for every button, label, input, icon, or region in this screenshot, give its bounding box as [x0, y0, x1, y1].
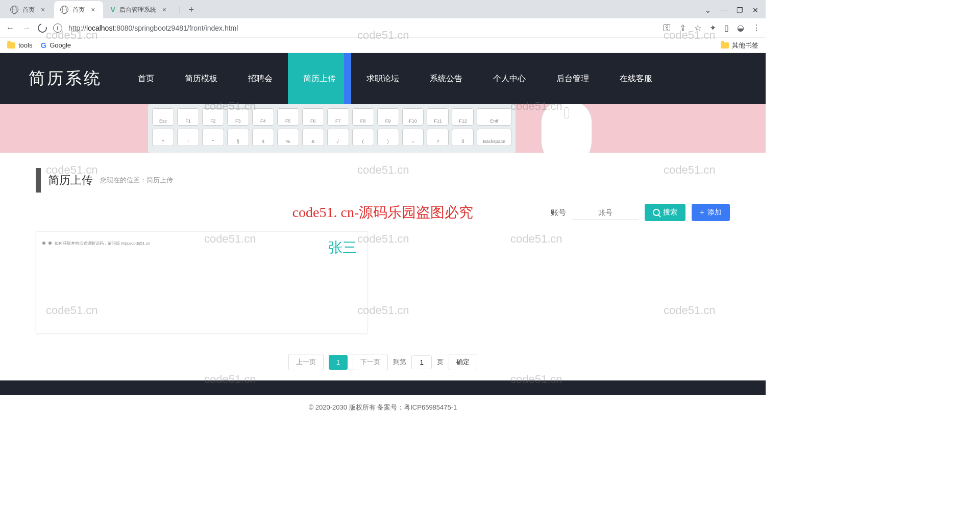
plus-icon: +	[700, 208, 704, 217]
main-nav: 首页简历模板招聘会简历上传求职论坛系统公告个人中心后台管理在线客服	[122, 53, 766, 104]
nav-item-7[interactable]: 后台管理	[541, 53, 604, 104]
share-icon[interactable]: ⇪	[679, 23, 686, 33]
close-icon[interactable]: ×	[89, 6, 97, 14]
tab-title: 后台管理系统	[119, 6, 156, 14]
nav-item-6[interactable]: 个人中心	[478, 53, 541, 104]
search-input[interactable]	[572, 205, 639, 220]
forward-icon[interactable]: →	[21, 23, 32, 33]
minimize-icon[interactable]: —	[720, 6, 727, 14]
bookmark-tools[interactable]: tools	[7, 41, 32, 49]
folder-icon	[7, 42, 15, 49]
vue-icon: V	[110, 6, 115, 14]
window-controls: ⌄ — ❐ ✕	[705, 6, 766, 18]
globe-icon	[10, 6, 18, 14]
close-icon[interactable]: ×	[160, 6, 168, 14]
globe-icon	[60, 6, 68, 14]
maximize-icon[interactable]: ❐	[737, 6, 743, 14]
page-unit: 页	[437, 357, 444, 367]
bookmarks-bar: tools GGoogle 其他书签	[0, 38, 766, 53]
site-header: 简历系统 首页简历模板招聘会简历上传求职论坛系统公告个人中心后台管理在线客服	[0, 53, 766, 104]
star-icon[interactable]: ☆	[694, 23, 701, 33]
breadcrumb: 简历上传 您现在的位置：简历上传	[36, 168, 730, 193]
chevron-down-icon[interactable]: ⌄	[705, 6, 711, 14]
nav-item-1[interactable]: 简历模板	[169, 53, 233, 104]
nav-item-2[interactable]: 招聘会	[233, 53, 288, 104]
address-bar: ← → i http://localhost:8080/springbootz9…	[0, 18, 766, 38]
page-number-button[interactable]: 1	[329, 355, 348, 370]
folder-icon	[721, 42, 729, 49]
tab-title: 首页	[72, 6, 85, 14]
extensions-icon[interactable]: ✦	[709, 23, 716, 33]
bookmark-google[interactable]: GGoogle	[40, 41, 71, 50]
keyboard-image: EscF1F2F3F4F5F6F7F8F9F10F11F12Entf ^!"§$…	[148, 104, 516, 153]
search-icon	[653, 209, 660, 216]
panel-icon[interactable]: ▯	[724, 23, 729, 33]
card-thumb: 如何获取本地点资源验证码，请问该 http://code51.cn	[42, 238, 175, 248]
profile-icon[interactable]: ◒	[737, 23, 744, 33]
reload-icon[interactable]	[36, 21, 49, 34]
card-grid: 如何获取本地点资源验证码，请问该 http://code51.cn张三	[36, 231, 730, 333]
goto-page-input[interactable]	[411, 355, 432, 369]
breadcrumb-bar-icon	[36, 168, 41, 193]
breadcrumb-path: 您现在的位置：简历上传	[100, 176, 173, 185]
nav-item-8[interactable]: 在线客服	[604, 53, 668, 104]
site-info-icon[interactable]: i	[53, 23, 62, 33]
nav-item-4[interactable]: 求职论坛	[351, 53, 414, 104]
mouse-image	[541, 104, 592, 153]
resume-card[interactable]: 如何获取本地点资源验证码，请问该 http://code51.cn张三	[36, 231, 368, 333]
close-icon[interactable]: ×	[39, 6, 47, 14]
bookmark-other[interactable]: 其他书签	[721, 41, 758, 50]
google-icon: G	[40, 41, 46, 50]
back-icon[interactable]: ←	[5, 23, 15, 33]
nav-item-3[interactable]: 简历上传	[288, 53, 351, 104]
goto-label: 到第	[393, 357, 406, 367]
browser-tab-strip: 首页 × 首页 × V 后台管理系统 × | + ⌄ — ❐ ✕	[0, 0, 766, 18]
search-label: 账号	[551, 208, 566, 218]
pagination: 上一页 1 下一页 到第 页 确定	[36, 354, 730, 370]
nav-item-5[interactable]: 系统公告	[414, 53, 478, 104]
url-field[interactable]: http://localhost:8080/springbootz9481/fr…	[68, 24, 657, 32]
next-page-button[interactable]: 下一页	[353, 354, 388, 370]
new-tab-button[interactable]: +	[184, 2, 200, 18]
copyright: © 2020-2030 版权所有 备案号：粤ICP65985475-1	[0, 395, 766, 414]
site-logo: 简历系统	[0, 53, 122, 104]
tab-title: 首页	[22, 6, 35, 14]
prev-page-button[interactable]: 上一页	[288, 354, 324, 370]
page-title: 简历上传	[48, 173, 93, 188]
browser-tab-0[interactable]: 首页 ×	[4, 1, 53, 18]
card-name: 张三	[328, 238, 357, 257]
add-button[interactable]: +添加	[692, 204, 730, 221]
nav-item-0[interactable]: 首页	[122, 53, 169, 104]
hero-banner: EscF1F2F3F4F5F6F7F8F9F10F11F12Entf ^!"§$…	[0, 104, 766, 153]
key-icon[interactable]: ⚿	[663, 23, 671, 33]
browser-tab-1[interactable]: 首页 ×	[54, 1, 103, 18]
menu-icon[interactable]: ⋮	[752, 23, 761, 33]
browser-tab-2[interactable]: V 后台管理系统 ×	[104, 1, 175, 18]
site-footer	[0, 380, 766, 395]
goto-confirm-button[interactable]: 确定	[449, 354, 477, 370]
close-window-icon[interactable]: ✕	[752, 6, 758, 14]
search-button[interactable]: 搜索	[645, 204, 685, 221]
